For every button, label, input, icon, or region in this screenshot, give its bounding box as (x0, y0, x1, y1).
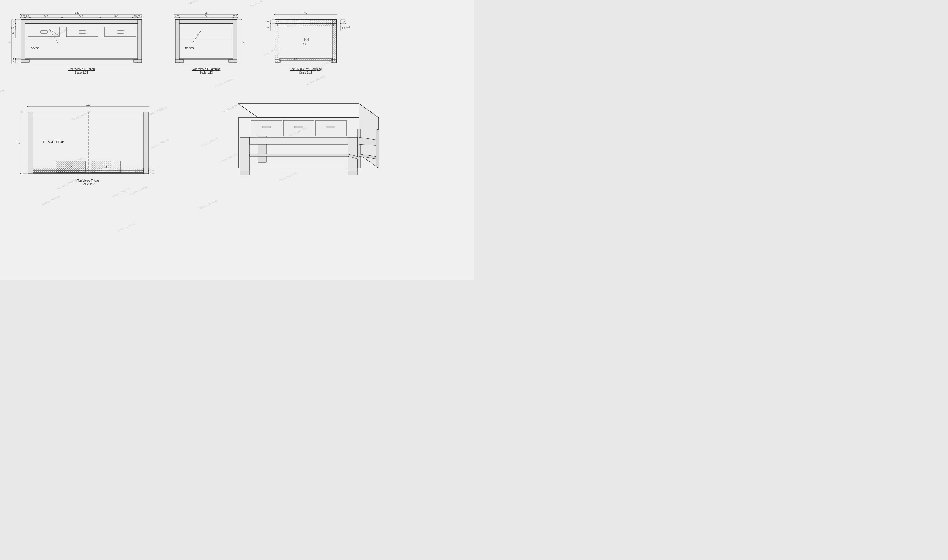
svg-text:65: 65 (205, 11, 208, 14)
svg-rect-99 (278, 23, 334, 26)
svg-text:riswan_drawing: riswan_drawing (146, 105, 167, 117)
svg-rect-162 (240, 137, 250, 171)
svg-rect-98 (275, 20, 337, 23)
svg-text:45: 45 (242, 42, 245, 44)
svg-text:riswan_drawing: riswan_drawing (219, 152, 238, 163)
svg-text:2,5: 2,5 (26, 15, 29, 17)
svg-rect-73 (175, 20, 237, 23)
svg-text:riswan_drawing: riswan_drawing (0, 88, 5, 100)
svg-text:65: 65 (304, 11, 307, 14)
svg-text:2,5: 2,5 (303, 43, 306, 45)
svg-text:riswan_drawing: riswan_drawing (56, 178, 77, 190)
svg-rect-167 (251, 120, 282, 136)
svg-rect-170 (262, 126, 271, 128)
svg-text:riswan_drawing: riswan_drawing (48, 28, 69, 40)
svg-text:riswan_drawing: riswan_drawing (278, 171, 297, 182)
svg-text:21: 21 (12, 32, 14, 34)
svg-text:54: 54 (205, 15, 207, 17)
svg-rect-21 (21, 20, 25, 63)
front-view: BRASS 120 0,55 2,5 34,7 34,6 (8, 11, 142, 63)
svg-rect-104 (304, 38, 309, 41)
svg-text:0,55: 0,55 (21, 15, 25, 17)
svg-rect-106 (275, 60, 281, 63)
side-view-scale: Scale 1:13 (199, 71, 213, 74)
svg-rect-163 (348, 137, 358, 171)
sect-side-view: 2,5 65 2,5 9 2,5 11,5 (266, 11, 350, 63)
svg-text:34,7: 34,7 (44, 15, 48, 17)
svg-text:riswan_drawing: riswan_drawing (187, 0, 208, 6)
svg-rect-171 (295, 126, 303, 128)
svg-rect-74 (178, 23, 234, 26)
svg-rect-169 (315, 120, 346, 136)
svg-rect-31 (79, 31, 86, 33)
svg-marker-159 (238, 104, 379, 118)
svg-text:3: 3 (105, 166, 107, 169)
svg-text:9: 9 (268, 24, 269, 26)
svg-text:50,5: 50,5 (233, 15, 237, 17)
svg-rect-138 (144, 112, 149, 174)
svg-text:riswan_drawing: riswan_drawing (200, 137, 219, 147)
svg-text:riswan_drawing: riswan_drawing (42, 195, 60, 206)
svg-text:riswan_drawing: riswan_drawing (111, 187, 130, 198)
page: riswan_drawing riswan_drawing riswan_dra… (0, 0, 474, 280)
svg-text:2,5: 2,5 (266, 21, 269, 23)
top-view-scale: Scale 1:13 (82, 183, 95, 186)
svg-rect-173 (250, 154, 348, 156)
svg-rect-18 (21, 20, 142, 23)
svg-text:6: 6 (13, 61, 14, 63)
svg-rect-36 (21, 60, 29, 63)
svg-rect-101 (275, 20, 279, 63)
svg-rect-107 (331, 60, 337, 63)
technical-drawing: riswan_drawing riswan_drawing riswan_dra… (0, 0, 474, 280)
svg-rect-33 (117, 31, 124, 33)
svg-rect-77 (233, 20, 237, 63)
svg-text:34,7: 34,7 (114, 15, 118, 17)
svg-text:2,5: 2,5 (266, 27, 269, 29)
svg-text:riswan_drawing: riswan_drawing (150, 138, 170, 149)
svg-rect-102 (333, 20, 337, 63)
svg-text:riswan_drawing: riswan_drawing (222, 101, 242, 113)
svg-text:riswan_drawing: riswan_drawing (198, 199, 218, 210)
svg-rect-22 (138, 20, 142, 63)
svg-text:4: 4 (13, 58, 14, 60)
svg-rect-172 (327, 126, 335, 128)
svg-rect-29 (41, 31, 48, 33)
svg-text:45: 45 (8, 42, 11, 44)
svg-rect-103 (279, 58, 333, 60)
svg-rect-19 (24, 23, 139, 26)
svg-text:2: 2 (70, 166, 72, 169)
svg-text:34,6: 34,6 (79, 15, 83, 17)
svg-text:9: 9 (13, 24, 14, 26)
solid-top-label: SOLID TOP (48, 140, 64, 143)
isometric-view (238, 104, 379, 175)
svg-rect-168 (283, 120, 314, 136)
svg-text:2,5: 2,5 (134, 15, 137, 17)
svg-text:riswan_drawing: riswan_drawing (307, 74, 326, 85)
svg-text:2,5: 2,5 (342, 21, 345, 23)
brass-label-side: BRASS (185, 47, 194, 49)
svg-text:riswan_drawing: riswan_drawing (130, 185, 149, 195)
sect-side-scale: Scale 1:13 (299, 71, 312, 74)
svg-rect-137 (28, 112, 33, 174)
svg-text:4: 4 (294, 58, 295, 60)
svg-marker-179 (376, 129, 379, 168)
svg-text:riswan_drawing: riswan_drawing (116, 222, 135, 233)
svg-rect-166 (250, 137, 348, 144)
front-view-scale: Scale 1:13 (75, 71, 88, 74)
svg-text:5: 5 (150, 168, 151, 170)
svg-rect-84 (229, 60, 237, 63)
svg-text:65: 65 (17, 142, 20, 145)
top-view-title: Top View / T. Atas (77, 179, 100, 182)
svg-text:9: 9 (342, 24, 343, 26)
svg-rect-30 (66, 27, 98, 37)
svg-rect-76 (175, 20, 179, 63)
svg-text:0,55: 0,55 (175, 15, 179, 17)
svg-rect-37 (133, 60, 142, 63)
svg-text:5: 5 (150, 171, 151, 174)
svg-text:120: 120 (86, 103, 90, 106)
svg-text:1: 1 (43, 140, 44, 143)
svg-text:2,5: 2,5 (342, 27, 345, 29)
svg-text:riswan_drawing: riswan_drawing (71, 109, 91, 122)
svg-text:120: 120 (75, 11, 79, 14)
front-view-title: Front View / T. Depan (68, 68, 95, 71)
